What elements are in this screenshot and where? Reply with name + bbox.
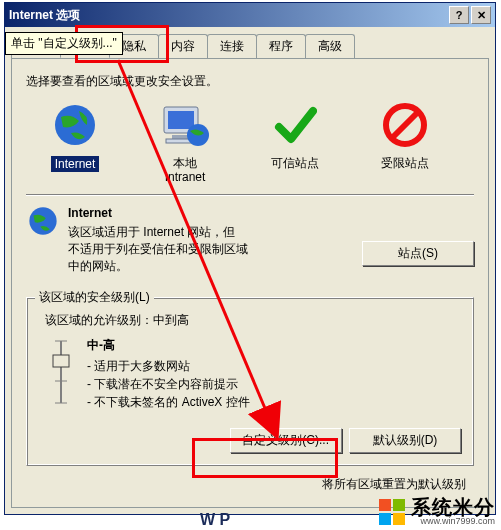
square (379, 499, 391, 511)
svg-rect-14 (53, 355, 69, 367)
level-name: 中-高 (87, 337, 250, 354)
zone-label: 受限站点 (381, 156, 429, 170)
wp-overlay-text: W P (200, 511, 230, 529)
default-level-button[interactable]: 默认级别(D) (349, 428, 461, 453)
watermark-url: www.win7999.com (420, 517, 495, 526)
globe-icon (53, 103, 97, 147)
sites-button[interactable]: 站点(S) (362, 241, 474, 266)
svg-rect-2 (168, 111, 194, 129)
zone-description: Internet 该区域适用于 Internet 网站，但 不适用于列在受信任和… (26, 206, 474, 275)
reset-all-label: 将所有区域重置为默认级别 (26, 476, 474, 493)
zone-sublabel: Intranet (165, 170, 206, 184)
title-buttons: ? ✕ (449, 6, 491, 24)
security-level-group: 该区域的安全级别(L) 该区域的允许级别：中到高 中-高 - 适用于大多数网站 … (26, 297, 474, 466)
svg-point-8 (29, 207, 56, 234)
square (379, 513, 391, 525)
zone-label: Internet (51, 156, 100, 172)
watermark-title: 系统⽶分 (411, 497, 495, 517)
checkmark-icon (273, 103, 317, 147)
zone-list: Internet 本地 Intranet (34, 98, 472, 184)
level-slider[interactable] (47, 337, 75, 407)
zone-internet[interactable]: Internet (34, 98, 116, 172)
window-title: Internet 选项 (9, 7, 80, 24)
tab-connections[interactable]: 连接 (207, 34, 257, 58)
divider (26, 194, 474, 196)
level-text: 中-高 - 适用于大多数网站 - 下载潜在不安全内容前提示 - 不下载未签名的 … (87, 337, 250, 412)
svg-point-0 (55, 105, 95, 145)
tab-content[interactable]: 内容 (158, 34, 208, 58)
zone-local-intranet[interactable]: 本地 Intranet (144, 98, 226, 184)
zone-label: 可信站点 (271, 156, 319, 170)
tab-programs[interactable]: 程序 (256, 34, 306, 58)
square (393, 499, 405, 511)
square (393, 513, 405, 525)
group-legend: 该区域的安全级别(L) (35, 289, 154, 306)
titlebar[interactable]: Internet 选项 ? ✕ (5, 3, 495, 27)
instruction-tooltip: 单击 "自定义级别..." (5, 32, 123, 55)
help-button[interactable]: ? (449, 6, 469, 24)
desc-body: 该区域适用于 Internet 网站，但 (68, 224, 474, 241)
custom-level-button[interactable]: 自定义级别(C)... (230, 428, 342, 453)
internet-options-window: Internet 选项 ? ✕ 常规 安全 隐私 内容 连接 程序 高级 选择要… (4, 2, 496, 515)
site-watermark: 系统⽶分 www.win7999.com (379, 497, 495, 526)
security-panel: 选择要查看的区域或更改安全设置。 Internet (11, 58, 489, 508)
svg-line-7 (393, 113, 417, 137)
level-bullet: - 下载潜在不安全内容前提示 (87, 376, 250, 393)
microsoft-squares-icon (379, 499, 405, 525)
zone-label: 本地 (173, 156, 197, 170)
level-bullet: - 适用于大多数网站 (87, 358, 250, 375)
zone-prompt: 选择要查看的区域或更改安全设置。 (26, 73, 474, 90)
tab-advanced[interactable]: 高级 (305, 34, 355, 58)
close-button[interactable]: ✕ (471, 6, 491, 24)
desc-heading: Internet (68, 206, 474, 220)
allowed-levels: 该区域的允许级别：中到高 (45, 312, 461, 329)
globe-small-icon (28, 206, 58, 236)
zone-trusted[interactable]: 可信站点 (254, 98, 336, 170)
zone-restricted[interactable]: 受限站点 (364, 98, 446, 170)
computer-globe-icon (160, 101, 210, 149)
no-entry-icon (383, 103, 427, 147)
level-bullet: - 不下载未签名的 ActiveX 控件 (87, 394, 250, 411)
